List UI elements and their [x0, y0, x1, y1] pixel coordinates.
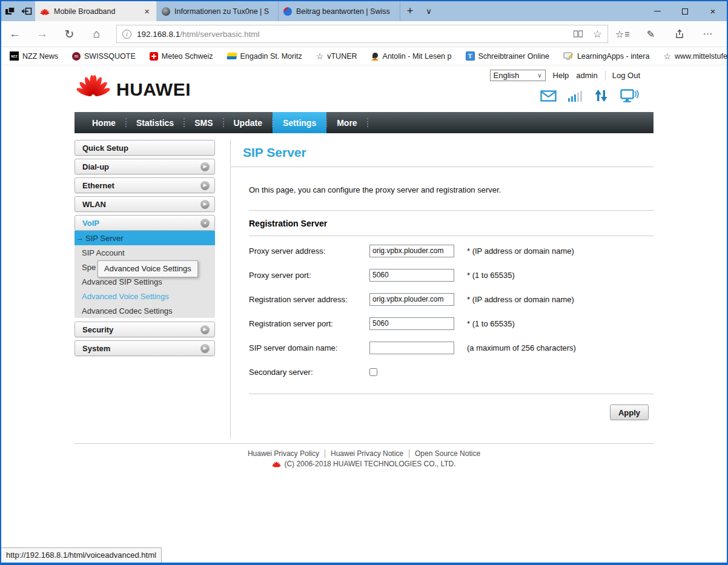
close-button[interactable]: × [699, 1, 727, 21]
apply-button[interactable]: Apply [610, 405, 649, 420]
tab-close-icon[interactable]: × [142, 6, 151, 16]
new-tab-button[interactable]: + [400, 1, 420, 21]
tab-list-chevron-icon[interactable]: ∨ [420, 1, 438, 21]
engadin-icon [227, 53, 237, 59]
footer-link-open-source[interactable]: Open Source Notice [409, 449, 486, 458]
sidebar-item-quick-setup[interactable]: Quick Setup [74, 140, 215, 156]
sidebar-item-wlan[interactable]: WLAN ▶ [74, 196, 215, 212]
swissquote-icon: m [72, 52, 81, 61]
proxy-server-port-input[interactable] [369, 269, 454, 282]
huawei-logo: HUAWEI [76, 71, 191, 97]
bookmark-vtuner[interactable]: ☆ vTUNER [316, 51, 357, 61]
registration-server-port-input[interactable] [369, 317, 454, 330]
sip-server-domain-input[interactable] [369, 342, 454, 354]
tab-mobile-broadband[interactable]: Mobile Broadband × [35, 1, 157, 21]
hub-favorites-button[interactable]: ☆ [608, 28, 637, 40]
bookmark-antolin[interactable]: Antolin - Mit Lesen p [371, 52, 452, 61]
settings-sidebar: Quick Setup Dial-up ▶ Ethernet ▶ WLAN ▶ [74, 140, 215, 438]
field-label: SIP server domain name: [249, 343, 369, 352]
forward-button[interactable]: → [28, 27, 56, 41]
help-link[interactable]: Help [553, 71, 569, 80]
copyright-text: (C) 2006-2018 HUAWEI TECHNOLOGIES CO., L… [284, 460, 455, 468]
settings-more-button[interactable]: ··· [693, 28, 722, 39]
submenu-item-sip-account[interactable]: SIP Account [74, 245, 215, 260]
site-info-icon[interactable]: i [122, 30, 131, 39]
field-label: Secondary server: [249, 368, 369, 377]
main-content: SIP Server On this page, you can configu… [230, 140, 654, 438]
section-title: Registration Server [249, 211, 654, 236]
bookmark-swissquote[interactable]: m SWISSQUOTE [72, 52, 136, 61]
share-button[interactable] [665, 29, 693, 39]
nav-settings[interactable]: Settings [273, 112, 326, 133]
nav-home[interactable]: Home [82, 112, 126, 133]
sidebar-item-voip[interactable]: VoIP ▼ [74, 215, 215, 231]
sidebar-item-dialup[interactable]: Dial-up ▶ [74, 159, 215, 174]
refresh-button[interactable]: ↻ [56, 27, 83, 41]
tab-preview-icon [5, 7, 15, 16]
window-controls: × [643, 1, 727, 21]
sidebar-item-system[interactable]: System ▶ [74, 340, 215, 356]
bookmark-label: Meteo Schweiz [162, 52, 213, 61]
tab-tux0ne[interactable]: Informationen zu Tux0ne | S [157, 1, 279, 21]
submenu-item-advanced-voice-settings[interactable]: Advanced Voice Settings [74, 289, 215, 303]
logout-link[interactable]: Log Out [605, 71, 640, 80]
footer-link-privacy-policy[interactable]: Huawei Privacy Policy [242, 449, 325, 458]
bookmark-mittelstufe[interactable]: ☆ www.mittelstufeutzer [663, 51, 728, 61]
bookmark-label: www.mittelstufeutzer [675, 52, 728, 61]
bookmark-label: Schreibtrainer Online [478, 52, 549, 61]
status-icons [540, 88, 639, 104]
submenu-item-label: Advanced SIP Settings [82, 277, 162, 286]
browser-toolbar: ← → ↻ ⌂ i 192.168.8.1/html/serverbasic.h… [1, 21, 727, 47]
site-footer: Huawei Privacy Policy Huawei Privacy Not… [74, 443, 654, 468]
nav-update[interactable]: Update [223, 112, 273, 133]
language-select[interactable]: English ∨ [490, 70, 546, 81]
web-notes-button[interactable]: ✎ [637, 28, 665, 40]
form-row-proxy-address: Proxy server address: * (IP address or d… [249, 239, 654, 263]
maximize-button[interactable] [671, 1, 699, 21]
bookmark-schreibtrainer[interactable]: T Schreibtrainer Online [466, 51, 549, 61]
reading-view-icon[interactable] [572, 30, 584, 38]
nav-statistics[interactable]: Statistics [126, 112, 184, 133]
sidebar-item-security[interactable]: Security ▶ [74, 322, 215, 337]
browser-window: Mobile Broadband × Informationen zu Tux0… [0, 0, 728, 565]
bookmark-learningapps[interactable]: LearningApps - intera [563, 52, 650, 61]
set-tabs-aside-button[interactable] [18, 1, 35, 21]
nav-more[interactable]: More [326, 112, 367, 133]
expand-arrow-icon: ▶ [200, 162, 210, 171]
tab-preview-button[interactable] [1, 1, 18, 21]
registration-server-address-input[interactable] [369, 293, 454, 306]
submenu-item-label: Advanced Codec Settings [82, 306, 173, 316]
antolin-raven-icon [371, 52, 379, 61]
submenu-item-label: SIP Server [85, 234, 124, 243]
form-row-secondary-server: Secondary server: [249, 360, 654, 384]
bookmark-meteo-schweiz[interactable]: Meteo Schweiz [150, 52, 213, 61]
brand-text: HUAWEI [116, 81, 191, 97]
footer-link-privacy-notice[interactable]: Huawei Privacy Notice [325, 449, 409, 458]
bookmark-label: LearningApps - intera [577, 52, 650, 61]
sms-envelope-icon[interactable] [540, 90, 557, 102]
bookmark-label: vTUNER [327, 52, 357, 61]
titlebar: Mobile Broadband × Informationen zu Tux0… [1, 1, 727, 21]
huawei-mini-logo-icon [272, 461, 281, 468]
tab-swisscom[interactable]: Beitrag beantworten | Swiss [279, 1, 400, 21]
submenu-item-sip-server[interactable]: → SIP Server [74, 231, 215, 245]
close-icon: × [710, 6, 716, 16]
bookmark-label: NZZ News [22, 52, 58, 61]
proxy-server-address-input[interactable] [369, 245, 454, 257]
field-note: * (1 to 65535) [467, 319, 515, 328]
secondary-server-checkbox[interactable] [369, 368, 377, 376]
back-button[interactable]: ← [1, 27, 28, 41]
favorite-star-icon[interactable]: ☆ [593, 28, 602, 41]
minimize-icon [654, 11, 661, 12]
bookmark-nzz[interactable]: NZZ NZZ News [10, 51, 58, 61]
wifi-device-icon[interactable] [620, 89, 639, 103]
url-path: /html/serverbasic.html [180, 30, 259, 39]
address-bar[interactable]: i 192.168.8.1/html/serverbasic.html ☆ [116, 25, 608, 43]
home-button[interactable]: ⌂ [83, 27, 110, 41]
nav-sms[interactable]: SMS [184, 112, 223, 133]
form-row-proxy-port: Proxy server port: * (1 to 65535) [249, 263, 654, 287]
submenu-item-advanced-codec-settings[interactable]: Advanced Codec Settings [74, 303, 215, 318]
bookmark-engadin[interactable]: Engadin St. Moritz [227, 52, 302, 61]
minimize-button[interactable] [643, 1, 671, 21]
sidebar-item-ethernet[interactable]: Ethernet ▶ [74, 177, 215, 193]
